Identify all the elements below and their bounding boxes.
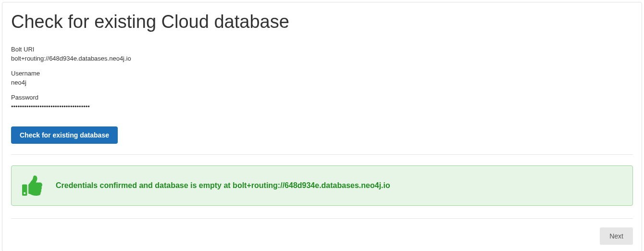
password-group: Password •••••••••••••••••••••••••••••••… [11,94,633,110]
username-value: neo4j [11,79,633,86]
username-label: Username [11,70,633,77]
bolt-uri-value: bolt+routing://648d934e.databases.neo4j.… [11,55,633,62]
username-group: Username neo4j [11,70,633,86]
next-button[interactable]: Next [600,227,633,245]
password-value: •••••••••••••••••••••••••••••••••••• [11,103,633,110]
main-panel: Check for existing Cloud database Bolt U… [2,2,642,251]
check-database-button[interactable]: Check for existing database [11,126,118,144]
status-alert: Credentials confirmed and database is em… [11,165,633,206]
page-title: Check for existing Cloud database [11,11,633,33]
bolt-uri-label: Bolt URI [11,46,633,53]
divider-bottom [11,218,633,219]
thumbs-up-icon [22,176,42,196]
password-label: Password [11,94,633,101]
divider [11,154,633,155]
status-message: Credentials confirmed and database is em… [56,181,390,190]
bolt-uri-group: Bolt URI bolt+routing://648d934e.databas… [11,46,633,62]
footer-actions: Next [11,227,633,245]
